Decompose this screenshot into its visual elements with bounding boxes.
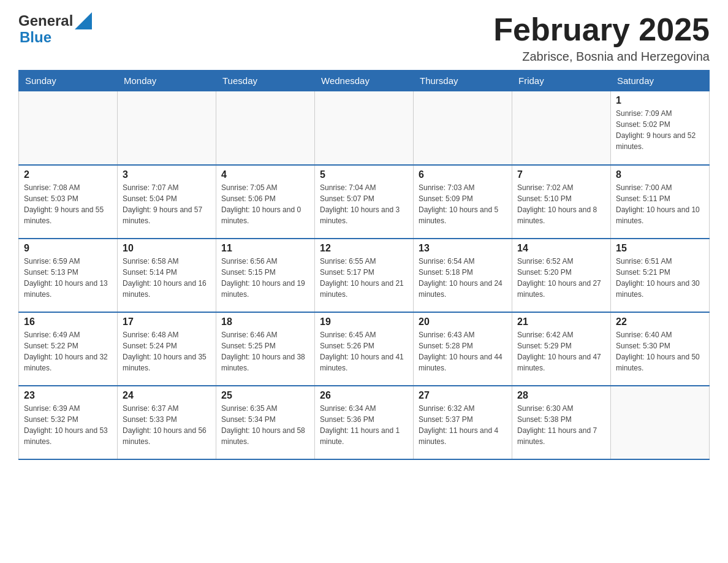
calendar-cell: 5Sunrise: 7:04 AM Sunset: 5:07 PM Daylig… — [315, 165, 414, 239]
day-info: Sunrise: 6:51 AM Sunset: 5:21 PM Dayligh… — [616, 256, 704, 300]
day-number: 13 — [419, 243, 507, 254]
day-info: Sunrise: 6:45 AM Sunset: 5:26 PM Dayligh… — [320, 329, 408, 373]
calendar-cell: 12Sunrise: 6:55 AM Sunset: 5:17 PM Dayli… — [315, 239, 414, 312]
calendar-cell: 25Sunrise: 6:35 AM Sunset: 5:34 PM Dayli… — [216, 386, 315, 459]
day-number: 19 — [320, 316, 408, 327]
day-number: 8 — [616, 169, 704, 180]
day-number: 23 — [24, 390, 112, 401]
day-of-week-header: Sunday — [19, 71, 118, 91]
calendar-cell — [19, 91, 118, 165]
logo-graphic: General Blue — [18, 12, 92, 45]
calendar-cell: 17Sunrise: 6:48 AM Sunset: 5:24 PM Dayli… — [118, 312, 216, 386]
calendar-cell: 21Sunrise: 6:42 AM Sunset: 5:29 PM Dayli… — [512, 312, 611, 386]
calendar-week-row: 1Sunrise: 7:09 AM Sunset: 5:02 PM Daylig… — [19, 91, 710, 165]
location-subtitle: Zabrisce, Bosnia and Herzegovina — [493, 50, 710, 64]
day-info: Sunrise: 6:52 AM Sunset: 5:20 PM Dayligh… — [517, 256, 605, 300]
calendar-cell — [315, 91, 414, 165]
calendar-cell: 23Sunrise: 6:39 AM Sunset: 5:32 PM Dayli… — [19, 386, 118, 459]
day-number: 9 — [24, 243, 112, 254]
calendar-cell: 18Sunrise: 6:46 AM Sunset: 5:25 PM Dayli… — [216, 312, 315, 386]
day-number: 18 — [221, 316, 309, 327]
day-number: 2 — [24, 169, 112, 180]
day-number: 6 — [419, 169, 507, 180]
day-info: Sunrise: 6:39 AM Sunset: 5:32 PM Dayligh… — [24, 403, 112, 447]
day-info: Sunrise: 6:30 AM Sunset: 5:38 PM Dayligh… — [517, 403, 605, 447]
day-number: 24 — [123, 390, 211, 401]
day-info: Sunrise: 6:56 AM Sunset: 5:15 PM Dayligh… — [221, 256, 309, 300]
day-info: Sunrise: 6:34 AM Sunset: 5:36 PM Dayligh… — [320, 403, 408, 447]
calendar-cell: 11Sunrise: 6:56 AM Sunset: 5:15 PM Dayli… — [216, 239, 315, 312]
calendar-cell: 8Sunrise: 7:00 AM Sunset: 5:11 PM Daylig… — [611, 165, 710, 239]
day-of-week-header: Monday — [118, 71, 216, 91]
day-info: Sunrise: 7:03 AM Sunset: 5:09 PM Dayligh… — [419, 182, 507, 226]
day-number: 26 — [320, 390, 408, 401]
day-number: 15 — [616, 243, 704, 254]
logo: General Blue — [18, 12, 92, 45]
calendar-cell: 10Sunrise: 6:58 AM Sunset: 5:14 PM Dayli… — [118, 239, 216, 312]
calendar-cell: 13Sunrise: 6:54 AM Sunset: 5:18 PM Dayli… — [414, 239, 512, 312]
day-of-week-header: Thursday — [414, 71, 512, 91]
day-info: Sunrise: 6:58 AM Sunset: 5:14 PM Dayligh… — [123, 256, 211, 300]
day-info: Sunrise: 6:40 AM Sunset: 5:30 PM Dayligh… — [616, 329, 704, 373]
day-number: 4 — [221, 169, 309, 180]
day-number: 22 — [616, 316, 704, 327]
day-number: 11 — [221, 243, 309, 254]
logo-triangle-icon — [75, 12, 92, 29]
calendar-cell: 4Sunrise: 7:05 AM Sunset: 5:06 PM Daylig… — [216, 165, 315, 239]
day-info: Sunrise: 6:59 AM Sunset: 5:13 PM Dayligh… — [24, 256, 112, 300]
calendar-week-row: 23Sunrise: 6:39 AM Sunset: 5:32 PM Dayli… — [19, 386, 710, 459]
day-info: Sunrise: 6:48 AM Sunset: 5:24 PM Dayligh… — [123, 329, 211, 373]
calendar-week-row: 9Sunrise: 6:59 AM Sunset: 5:13 PM Daylig… — [19, 239, 710, 312]
calendar-cell: 3Sunrise: 7:07 AM Sunset: 5:04 PM Daylig… — [118, 165, 216, 239]
day-info: Sunrise: 7:02 AM Sunset: 5:10 PM Dayligh… — [517, 182, 605, 226]
day-of-week-header: Tuesday — [216, 71, 315, 91]
day-number: 27 — [419, 390, 507, 401]
calendar-cell: 7Sunrise: 7:02 AM Sunset: 5:10 PM Daylig… — [512, 165, 611, 239]
day-number: 5 — [320, 169, 408, 180]
day-of-week-header: Wednesday — [315, 71, 414, 91]
day-info: Sunrise: 6:55 AM Sunset: 5:17 PM Dayligh… — [320, 256, 408, 300]
page-header: General Blue February 2025 Zabrisce, Bos… — [18, 12, 710, 64]
day-info: Sunrise: 6:54 AM Sunset: 5:18 PM Dayligh… — [419, 256, 507, 300]
day-info: Sunrise: 6:46 AM Sunset: 5:25 PM Dayligh… — [221, 329, 309, 373]
calendar-cell — [216, 91, 315, 165]
calendar-header-row: SundayMondayTuesdayWednesdayThursdayFrid… — [19, 71, 710, 91]
day-info: Sunrise: 7:05 AM Sunset: 5:06 PM Dayligh… — [221, 182, 309, 226]
calendar-table: SundayMondayTuesdayWednesdayThursdayFrid… — [18, 70, 710, 460]
logo-general-text: General — [18, 13, 73, 29]
day-number: 17 — [123, 316, 211, 327]
logo-blue-text: Blue — [20, 29, 92, 45]
calendar-cell: 6Sunrise: 7:03 AM Sunset: 5:09 PM Daylig… — [414, 165, 512, 239]
day-info: Sunrise: 7:08 AM Sunset: 5:03 PM Dayligh… — [24, 182, 112, 226]
day-number: 3 — [123, 169, 211, 180]
day-info: Sunrise: 7:09 AM Sunset: 5:02 PM Dayligh… — [616, 108, 704, 152]
day-number: 10 — [123, 243, 211, 254]
calendar-cell: 28Sunrise: 6:30 AM Sunset: 5:38 PM Dayli… — [512, 386, 611, 459]
day-number: 21 — [517, 316, 605, 327]
day-number: 14 — [517, 243, 605, 254]
calendar-cell: 15Sunrise: 6:51 AM Sunset: 5:21 PM Dayli… — [611, 239, 710, 312]
calendar-cell: 24Sunrise: 6:37 AM Sunset: 5:33 PM Dayli… — [118, 386, 216, 459]
calendar-cell: 19Sunrise: 6:45 AM Sunset: 5:26 PM Dayli… — [315, 312, 414, 386]
month-title: February 2025 — [493, 12, 710, 47]
day-info: Sunrise: 6:35 AM Sunset: 5:34 PM Dayligh… — [221, 403, 309, 447]
day-info: Sunrise: 6:32 AM Sunset: 5:37 PM Dayligh… — [419, 403, 507, 447]
day-number: 20 — [419, 316, 507, 327]
day-number: 25 — [221, 390, 309, 401]
calendar-week-row: 2Sunrise: 7:08 AM Sunset: 5:03 PM Daylig… — [19, 165, 710, 239]
day-info: Sunrise: 6:42 AM Sunset: 5:29 PM Dayligh… — [517, 329, 605, 373]
title-section: February 2025 Zabrisce, Bosnia and Herze… — [493, 12, 710, 64]
calendar-cell: 9Sunrise: 6:59 AM Sunset: 5:13 PM Daylig… — [19, 239, 118, 312]
calendar-cell: 22Sunrise: 6:40 AM Sunset: 5:30 PM Dayli… — [611, 312, 710, 386]
calendar-cell — [118, 91, 216, 165]
day-of-week-header: Saturday — [611, 71, 710, 91]
day-info: Sunrise: 6:49 AM Sunset: 5:22 PM Dayligh… — [24, 329, 112, 373]
calendar-cell: 20Sunrise: 6:43 AM Sunset: 5:28 PM Dayli… — [414, 312, 512, 386]
calendar-cell: 1Sunrise: 7:09 AM Sunset: 5:02 PM Daylig… — [611, 91, 710, 165]
day-info: Sunrise: 6:37 AM Sunset: 5:33 PM Dayligh… — [123, 403, 211, 447]
day-info: Sunrise: 7:04 AM Sunset: 5:07 PM Dayligh… — [320, 182, 408, 226]
day-info: Sunrise: 7:07 AM Sunset: 5:04 PM Dayligh… — [123, 182, 211, 226]
day-number: 12 — [320, 243, 408, 254]
calendar-cell: 14Sunrise: 6:52 AM Sunset: 5:20 PM Dayli… — [512, 239, 611, 312]
day-number: 1 — [616, 95, 704, 106]
